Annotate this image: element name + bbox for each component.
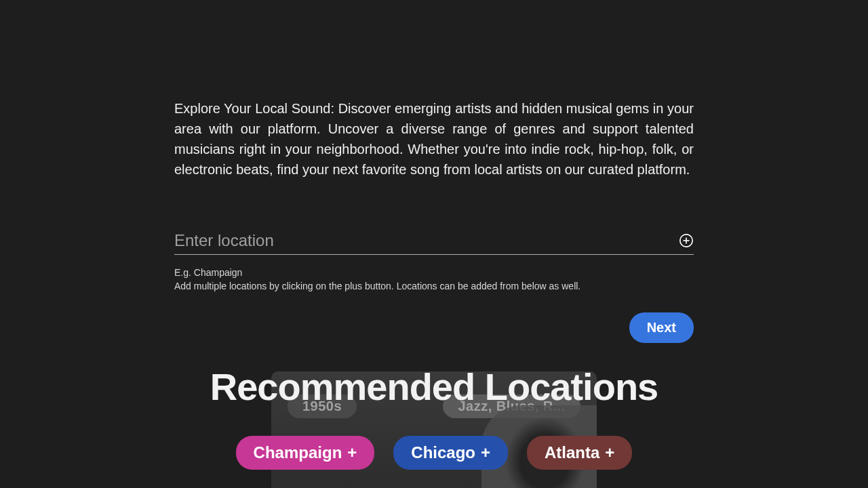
- action-row: Next: [174, 312, 694, 343]
- location-hint: E.g. Champaign Add multiple locations by…: [174, 266, 694, 293]
- recommended-title: Recommended Locations: [0, 365, 868, 409]
- intro-text: Explore Your Local Sound: Discover emerg…: [174, 98, 694, 180]
- next-button[interactable]: Next: [629, 312, 694, 343]
- recommended-chip-row: Champaign+Chicago+Atlanta+: [0, 436, 868, 470]
- recommended-section: 1950s Jazz, Blues, R... Recommended Loca…: [0, 365, 868, 470]
- chip-label: Champaign: [254, 443, 342, 462]
- hint-instruction: Add multiple locations by clicking on th…: [174, 279, 694, 293]
- chip-label: Chicago: [411, 443, 475, 462]
- location-input-row: [174, 228, 694, 255]
- plus-icon: +: [605, 443, 614, 462]
- location-chip-atlanta[interactable]: Atlanta+: [527, 436, 632, 470]
- plus-icon: +: [347, 443, 357, 462]
- chip-label: Atlanta: [545, 443, 599, 462]
- location-chip-chicago[interactable]: Chicago+: [393, 436, 508, 470]
- add-location-icon[interactable]: [679, 233, 694, 248]
- location-input[interactable]: [174, 228, 679, 253]
- plus-icon: +: [481, 443, 490, 462]
- location-chip-champaign[interactable]: Champaign+: [236, 436, 375, 470]
- location-section: E.g. Champaign Add multiple locations by…: [174, 228, 694, 293]
- hint-example: E.g. Champaign: [174, 266, 694, 279]
